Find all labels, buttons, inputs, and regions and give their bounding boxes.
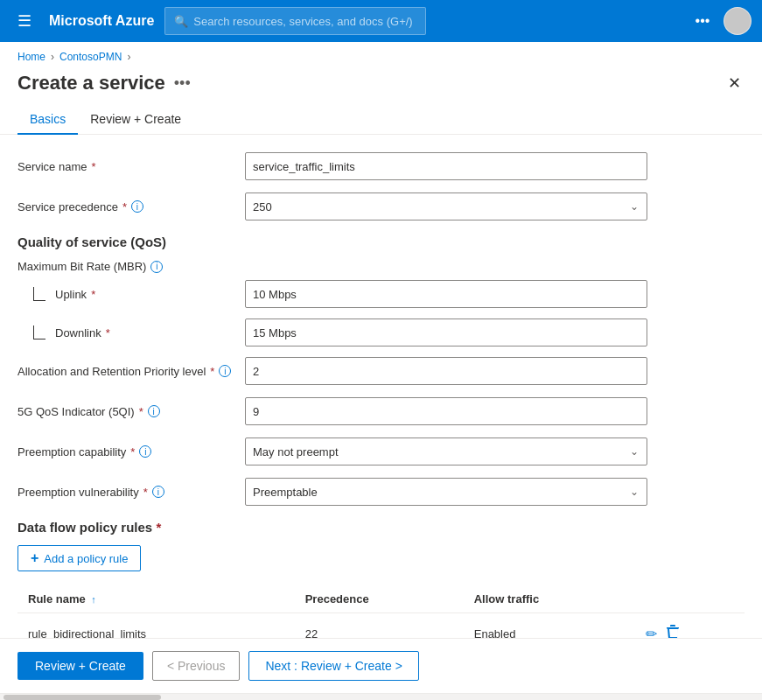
search-input[interactable] [193,15,416,28]
service-name-row: Service name * [17,152,745,180]
preemption-cap-control: May not preempt May preempt ⌄ [245,438,647,466]
mbr-label-row: Maximum Bit Rate (MBR) i [17,260,745,273]
downlink-row: Downlink * [17,318,745,346]
preemption-cap-info-icon[interactable]: i [139,445,151,458]
service-precedence-row: Service precedence * i 250 ⌄ [17,192,745,220]
col-allow-traffic: Allow traffic [464,585,635,613]
preemption-cap-row: Preemption capability * i May not preemp… [17,438,745,466]
scroll-thumb[interactable] [3,695,161,700]
mbr-info-icon[interactable]: i [150,261,163,273]
tab-review-create[interactable]: Review + Create [78,105,193,135]
col-actions [635,585,745,613]
top-navigation: ☰ Microsoft Azure 🔍 ••• [0,0,762,42]
service-precedence-control: 250 ⌄ [245,192,647,220]
table-row: rule_bidirectional_limits 22 Enabled ✏ [17,613,745,639]
breadcrumb-sep-1: › [51,51,54,63]
mbr-label: Maximum Bit Rate (MBR) i [17,260,245,273]
service-name-label: Service name * [17,160,245,173]
arp-label: Allocation and Retention Priority level … [17,365,245,378]
breadcrumb-home[interactable]: Home [17,51,45,63]
uplink-control [245,280,647,308]
service-precedence-select[interactable]: 250 [245,192,647,220]
breadcrumb-resource[interactable]: ContosoPMN [59,51,122,63]
footer: Review + Create < Previous Next : Review… [0,638,762,693]
service-precedence-label: Service precedence * i [17,200,245,214]
service-name-control [245,152,647,180]
plus-icon: + [31,550,38,566]
main-panel: Home › ContosoPMN › Create a service •••… [0,42,762,700]
preemption-cap-select-wrap: May not preempt May preempt ⌄ [245,438,647,466]
breadcrumb-sep-2: › [127,51,130,63]
hamburger-menu[interactable]: ☰ [10,8,38,34]
cell-precedence: 22 [295,613,464,639]
preemption-vul-label: Preemption vulnerability * i [17,486,245,499]
arp-info-icon[interactable]: i [219,365,231,377]
sort-icon-rule-name[interactable]: ↑ [91,594,96,605]
policy-rules-table: Rule name ↑ Precedence Allow traffic rul… [17,585,745,638]
preemption-vul-control: Preemptable Not preemptable ⌄ [245,478,647,506]
horizontal-scrollbar[interactable] [0,693,762,700]
service-name-input[interactable] [245,152,647,180]
qos-indicator-input[interactable] [245,397,647,425]
add-policy-rule-button[interactable]: + Add a policy rule [17,545,141,571]
preemption-cap-select[interactable]: May not preempt May preempt [245,438,647,466]
cell-actions: ✏ [635,613,745,639]
qos-indicator-info-icon[interactable]: i [148,405,160,417]
cell-rule-name: rule_bidirectional_limits [17,613,295,639]
preemption-vul-select[interactable]: Preemptable Not preemptable [245,478,647,506]
data-flow-section: Data flow policy rules * + Add a policy … [17,520,745,638]
uplink-label: Uplink * [17,287,245,301]
preemption-vul-row: Preemption vulnerability * i Preemptable… [17,478,745,506]
arp-row: Allocation and Retention Priority level … [17,357,745,385]
qos-indicator-row: 5G QoS Indicator (5QI) * i [17,397,745,425]
preemption-vul-info-icon[interactable]: i [152,486,164,498]
tab-basics[interactable]: Basics [17,105,78,135]
service-name-required: * [91,160,95,173]
panel-title-row: Create a service ••• [17,72,191,94]
page-title: Create a service [17,72,165,94]
search-icon: 🔍 [174,15,188,28]
breadcrumb: Home › ContosoPMN › [0,42,762,63]
previous-button[interactable]: < Previous [152,651,241,681]
preemption-vul-select-wrap: Preemptable Not preemptable ⌄ [245,478,647,506]
close-button[interactable]: ✕ [724,70,745,96]
panel-header: Create a service ••• ✕ [0,63,762,96]
next-button[interactable]: Next : Review + Create > [248,651,418,681]
service-precedence-select-wrap: 250 ⌄ [245,192,647,220]
qos-indicator-control [245,397,647,425]
azure-logo: Microsoft Azure [49,13,154,29]
tab-bar: Basics Review + Create [0,96,762,135]
downlink-label: Downlink * [17,326,245,340]
arp-control [245,357,647,385]
arp-input[interactable] [245,357,647,385]
more-options-icon[interactable]: ••• [689,7,717,35]
user-avatar[interactable] [724,7,752,35]
data-flow-section-header: Data flow policy rules * [17,520,745,535]
panel-menu-icon[interactable]: ••• [174,74,191,93]
edit-icon[interactable]: ✏ [646,626,657,639]
downlink-input[interactable] [245,318,647,346]
service-precedence-info-icon[interactable]: i [131,200,143,213]
cell-allow-traffic: Enabled [464,613,635,639]
search-bar[interactable]: 🔍 [164,7,425,35]
col-precedence: Precedence [295,585,464,613]
form-area: Service name * Service precedence * i 25… [0,135,762,638]
nav-icons: ••• [689,7,752,35]
downlink-control [245,318,647,346]
uplink-input[interactable] [245,280,647,308]
qos-section-header: Quality of service (QoS) [17,234,745,249]
col-rule-name: Rule name ↑ [17,585,295,613]
uplink-row: Uplink * [17,280,745,308]
tree-line-downlink [33,326,45,340]
policy-table-header: Rule name ↑ Precedence Allow traffic [17,585,745,613]
review-create-button[interactable]: Review + Create [17,652,143,680]
preemption-cap-label: Preemption capability * i [17,445,245,458]
delete-icon[interactable] [666,624,680,638]
qos-indicator-label: 5G QoS Indicator (5QI) * i [17,405,245,418]
row-action-icons: ✏ [646,624,734,638]
tree-line-uplink [33,287,45,301]
policy-table-body: rule_bidirectional_limits 22 Enabled ✏ [17,613,745,639]
service-precedence-required: * [122,200,127,214]
add-policy-rule-label: Add a policy rule [44,552,128,565]
